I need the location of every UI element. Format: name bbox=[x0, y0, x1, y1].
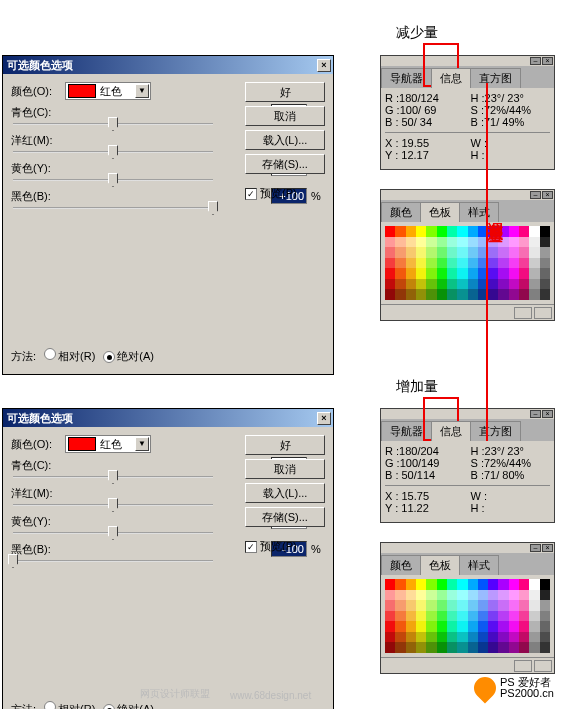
ok-button[interactable]: 好 bbox=[245, 435, 325, 455]
cancel-button[interactable]: 取消 bbox=[245, 106, 325, 126]
tab-histogram[interactable]: 直方图 bbox=[470, 68, 521, 88]
new-swatch-icon[interactable] bbox=[514, 307, 532, 319]
slider-thumb[interactable] bbox=[208, 201, 218, 215]
minimize-icon[interactable]: – bbox=[530, 544, 541, 552]
slider-thumb[interactable] bbox=[108, 145, 118, 159]
slider-thumb[interactable] bbox=[8, 554, 18, 568]
close-icon[interactable]: × bbox=[542, 191, 553, 199]
swatch-cell[interactable] bbox=[478, 226, 488, 237]
swatch-grid[interactable] bbox=[385, 579, 550, 653]
trash-icon[interactable] bbox=[534, 660, 552, 672]
chevron-down-icon[interactable]: ▼ bbox=[135, 84, 149, 98]
minimize-icon[interactable]: – bbox=[530, 57, 541, 65]
swatch-cell[interactable] bbox=[416, 579, 426, 590]
slider-thumb[interactable] bbox=[108, 526, 118, 540]
tab-histogram[interactable]: 直方图 bbox=[470, 421, 521, 441]
swatch-cell[interactable] bbox=[437, 579, 447, 590]
swatch-cell[interactable] bbox=[426, 226, 436, 237]
tab-navigator[interactable]: 导航器 bbox=[381, 421, 432, 441]
tab-info[interactable]: 信息 bbox=[431, 421, 471, 441]
save-button[interactable]: 存储(S)... bbox=[245, 154, 325, 174]
swatch-cell[interactable] bbox=[385, 579, 395, 590]
swatch-cell[interactable] bbox=[385, 226, 395, 237]
close-icon[interactable]: × bbox=[542, 57, 553, 65]
swatch-cell[interactable] bbox=[509, 226, 519, 237]
slider-thumb[interactable] bbox=[108, 117, 118, 131]
swatch-cell[interactable] bbox=[468, 579, 478, 590]
swatch-cell[interactable] bbox=[395, 579, 405, 590]
slider-label: 黑色(B): bbox=[11, 189, 65, 204]
titlebar[interactable]: 可选颜色选项 × bbox=[3, 409, 333, 427]
tab-swatches[interactable]: 色板 bbox=[420, 202, 460, 222]
swatch-cell[interactable] bbox=[509, 579, 519, 590]
slider-label: 黄色(Y): bbox=[11, 514, 65, 529]
slider-track[interactable] bbox=[13, 122, 213, 126]
relative-radio[interactable]: 相对(R) bbox=[44, 701, 95, 709]
relative-radio[interactable]: 相对(R) bbox=[44, 348, 95, 364]
load-button[interactable]: 载入(L)... bbox=[245, 130, 325, 150]
tab-info[interactable]: 信息 bbox=[431, 68, 471, 88]
trash-icon[interactable] bbox=[534, 307, 552, 319]
titlebar[interactable]: 可选颜色选项 × bbox=[3, 56, 333, 74]
new-swatch-icon[interactable] bbox=[514, 660, 532, 672]
tab-navigator[interactable]: 导航器 bbox=[381, 68, 432, 88]
swatch-cell[interactable] bbox=[488, 226, 498, 237]
slider-track[interactable] bbox=[13, 503, 213, 507]
slider-track[interactable] bbox=[13, 559, 213, 563]
info-tabs[interactable]: 导航器 信息 直方图 bbox=[381, 66, 554, 88]
dialog-title: 可选颜色选项 bbox=[7, 411, 73, 426]
slider-track[interactable] bbox=[13, 531, 213, 535]
cancel-button[interactable]: 取消 bbox=[245, 459, 325, 479]
swatch-cell[interactable] bbox=[447, 226, 457, 237]
ok-button[interactable]: 好 bbox=[245, 82, 325, 102]
slider-track[interactable] bbox=[13, 178, 213, 182]
swatch-cell[interactable] bbox=[478, 579, 488, 590]
slider-track[interactable] bbox=[13, 475, 213, 479]
swatch-cell[interactable] bbox=[437, 226, 447, 237]
minimize-icon[interactable]: – bbox=[530, 191, 541, 199]
swatch-cell[interactable] bbox=[426, 579, 436, 590]
swatch-cell[interactable] bbox=[406, 226, 416, 237]
color-label: 颜色(O): bbox=[11, 84, 65, 99]
colors-dropdown[interactable]: 红色 ▼ bbox=[65, 435, 151, 453]
swatch-cell[interactable] bbox=[406, 579, 416, 590]
close-icon[interactable]: × bbox=[317, 59, 331, 72]
tab-color[interactable]: 颜色 bbox=[381, 555, 421, 575]
close-icon[interactable]: × bbox=[317, 412, 331, 425]
swatch-cell[interactable] bbox=[498, 226, 508, 237]
absolute-radio[interactable]: 绝对(A) bbox=[103, 349, 154, 364]
swatch-cell[interactable] bbox=[519, 226, 529, 237]
load-button[interactable]: 载入(L)... bbox=[245, 483, 325, 503]
slider-track[interactable] bbox=[13, 206, 213, 210]
chevron-down-icon[interactable]: ▼ bbox=[135, 437, 149, 451]
swatch-cell[interactable] bbox=[447, 579, 457, 590]
tab-styles[interactable]: 样式 bbox=[459, 555, 499, 575]
slider-track[interactable] bbox=[13, 150, 213, 154]
slider-thumb[interactable] bbox=[108, 498, 118, 512]
close-icon[interactable]: × bbox=[542, 410, 553, 418]
swatch-grid[interactable] bbox=[385, 226, 550, 300]
colors-dropdown[interactable]: 红色 ▼ bbox=[65, 82, 151, 100]
swatch-cell[interactable] bbox=[457, 579, 467, 590]
tab-color[interactable]: 颜色 bbox=[381, 202, 421, 222]
close-icon[interactable]: × bbox=[542, 544, 553, 552]
anno-adjust: 调整总量 bbox=[486, 210, 505, 218]
swatch-cell[interactable] bbox=[416, 226, 426, 237]
swatch-cell[interactable] bbox=[468, 226, 478, 237]
logo: PS 爱好者PS2000.cn bbox=[474, 673, 560, 703]
absolute-radio[interactable]: 绝对(A) bbox=[103, 702, 154, 710]
swatch-cell[interactable] bbox=[498, 579, 508, 590]
swatch-cell[interactable] bbox=[519, 579, 529, 590]
minimize-icon[interactable]: – bbox=[530, 410, 541, 418]
preview-checkbox[interactable]: ✓预览(P) bbox=[245, 539, 325, 554]
slider-thumb[interactable] bbox=[108, 173, 118, 187]
slider-thumb[interactable] bbox=[108, 470, 118, 484]
slider-label: 黄色(Y): bbox=[11, 161, 65, 176]
swatch-cell[interactable] bbox=[395, 226, 405, 237]
swatch-cell[interactable] bbox=[488, 579, 498, 590]
swatch-cell[interactable] bbox=[457, 226, 467, 237]
save-button[interactable]: 存储(S)... bbox=[245, 507, 325, 527]
tab-swatches[interactable]: 色板 bbox=[420, 555, 460, 575]
preview-checkbox[interactable]: ✓预览(P) bbox=[245, 186, 325, 201]
swatches-palette-bot: –× 颜色 色板 样式 bbox=[380, 542, 555, 674]
